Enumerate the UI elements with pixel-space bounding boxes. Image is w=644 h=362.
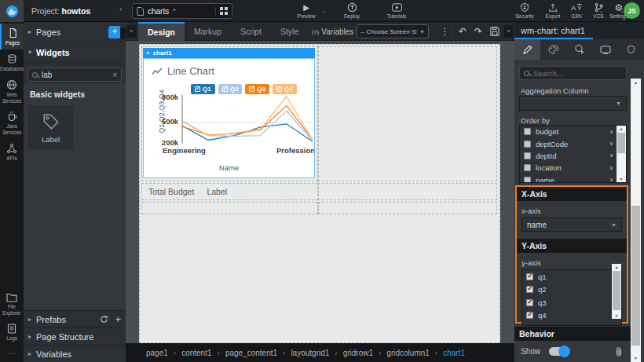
breadcrumb-item-content1[interactable]: content1 bbox=[181, 349, 211, 357]
clear-search-icon[interactable]: × bbox=[112, 71, 117, 79]
chevron-down-icon[interactable]: ∨ bbox=[609, 141, 613, 147]
order-by-scrollbar[interactable]: ▲ ▼ bbox=[617, 126, 626, 182]
export-menu-caret[interactable]: ⌄ bbox=[554, 8, 559, 14]
list-item-q2[interactable]: q2 bbox=[522, 283, 621, 297]
tutorials-button[interactable]: Tutorials bbox=[381, 2, 412, 19]
scroll-up-icon[interactable]: ▲ bbox=[612, 265, 621, 269]
add-page-button[interactable]: + bbox=[108, 26, 121, 38]
breadcrumb-item-layoutgrid1[interactable]: layoutgrid1 bbox=[291, 349, 329, 357]
breadcrumb-item-chart1[interactable]: chart1 bbox=[443, 349, 465, 357]
tab-markup[interactable]: Markup bbox=[185, 22, 231, 41]
list-item-q4[interactable]: q4 bbox=[522, 309, 621, 323]
checkbox-icon[interactable] bbox=[524, 152, 531, 159]
list-item-location[interactable]: location∨ bbox=[520, 162, 626, 174]
chevron-down-icon[interactable]: ∨ bbox=[609, 152, 613, 159]
scroll-down-icon[interactable]: ▼ bbox=[617, 177, 626, 181]
legend-item-q2[interactable]: Q2 bbox=[218, 84, 243, 94]
checkbox-checked-icon[interactable] bbox=[526, 286, 533, 293]
tab-design[interactable]: Design bbox=[138, 22, 185, 41]
breadcrumb-item-gridcolumn1[interactable]: gridcolumn1 bbox=[386, 349, 429, 357]
scrollbar-thumb[interactable] bbox=[617, 133, 625, 153]
rail-item-file-explorer[interactable]: File Explorer bbox=[0, 289, 24, 320]
chevron-down-icon[interactable]: ∨ bbox=[609, 165, 613, 171]
scroll-down-icon[interactable]: ▼ bbox=[631, 356, 641, 360]
checkbox-checked-icon[interactable] bbox=[526, 299, 533, 306]
gridcolumn-cell[interactable]: Total Budget Label bbox=[141, 183, 318, 200]
gridcolumn-cell[interactable] bbox=[141, 202, 318, 214]
gridcolumn-cell[interactable] bbox=[318, 46, 497, 181]
y-axis-scrollbar[interactable]: ▲ ▼ bbox=[612, 264, 621, 319]
chart-widget-header[interactable]: + chart1 bbox=[143, 48, 315, 58]
list-item-q3[interactable]: q3 bbox=[522, 296, 621, 309]
aggregation-column-select[interactable]: ▼ bbox=[519, 96, 627, 111]
chevron-down-icon[interactable]: ∨ bbox=[609, 177, 613, 183]
total-budget-label-widget[interactable]: Total Budget bbox=[148, 187, 194, 196]
scroll-down-icon[interactable]: ▼ bbox=[612, 313, 621, 318]
tab-events[interactable] bbox=[566, 39, 592, 60]
add-prefab-button[interactable]: + bbox=[115, 313, 121, 325]
screen-size-select[interactable]: -- Choose Screen Size -- ▼ bbox=[357, 24, 429, 38]
save-icon[interactable] bbox=[488, 24, 502, 38]
gridcolumn-cell[interactable] bbox=[318, 202, 497, 214]
show-toggle[interactable] bbox=[549, 347, 569, 356]
variables-button[interactable]: {x} Variables ⌄ bbox=[312, 25, 360, 38]
variables-section-header[interactable]: ▸ Variables bbox=[24, 345, 126, 362]
pages-dashboard-icon[interactable] bbox=[215, 7, 228, 15]
tab-script[interactable]: Script bbox=[231, 22, 271, 41]
panel-scrollbar[interactable]: ▲ ▼ bbox=[631, 79, 641, 362]
refresh-icon[interactable] bbox=[100, 315, 108, 324]
security-button[interactable]: Security bbox=[509, 2, 540, 19]
preview-button[interactable]: ▶ Preview bbox=[291, 2, 322, 19]
checkbox-icon[interactable] bbox=[524, 164, 531, 171]
widget-search-input[interactable] bbox=[42, 71, 108, 79]
collapse-panel-handle[interactable] bbox=[120, 27, 126, 38]
more-menu-icon[interactable]: ⋮ bbox=[438, 24, 452, 38]
bind-icon[interactable] bbox=[615, 346, 623, 357]
pages-section-header[interactable]: ▸ Pages + bbox=[24, 22, 126, 42]
rail-item-logs[interactable]: Logs bbox=[0, 320, 24, 345]
list-item-deptCode[interactable]: deptCode∨ bbox=[520, 137, 626, 149]
gridcolumn-cell[interactable] bbox=[318, 183, 497, 200]
rail-item-java-services[interactable]: Java Services bbox=[0, 107, 24, 139]
legend-item-q3[interactable]: Q3 bbox=[245, 84, 269, 94]
x-axis-select[interactable]: name▼ bbox=[521, 218, 622, 232]
tab-style[interactable]: Style bbox=[271, 22, 308, 41]
list-item-budget[interactable]: budget∨ bbox=[520, 126, 626, 137]
widgets-section-header[interactable]: ▾ Widgets bbox=[24, 42, 126, 63]
breadcrumb-item-page1[interactable]: page1 bbox=[146, 349, 168, 357]
tab-properties[interactable] bbox=[514, 39, 540, 60]
collapse-right-icon[interactable]: » bbox=[504, 25, 513, 38]
page-selector[interactable]: charts * bbox=[132, 3, 232, 19]
rail-item-apis[interactable]: APIs bbox=[0, 139, 24, 165]
chart-widget-body[interactable]: Line Chart Q1Q2Q3Q4 900k 500k 200k Q1,Q2… bbox=[143, 58, 315, 178]
deploy-button[interactable]: Deploy bbox=[336, 2, 368, 19]
scroll-up-icon[interactable]: ▲ bbox=[631, 80, 641, 85]
redo-icon[interactable]: ↷ bbox=[471, 24, 485, 38]
list-item-q1[interactable]: q1 bbox=[522, 270, 621, 283]
checkbox-icon[interactable] bbox=[524, 141, 531, 148]
rail-item-pages[interactable]: Pages bbox=[0, 24, 24, 49]
label-widget-placeholder[interactable]: Label bbox=[207, 187, 227, 196]
prefabs-section-header[interactable]: ▸ Prefabs + bbox=[24, 310, 126, 327]
tab-security[interactable] bbox=[618, 39, 644, 60]
drag-handle-icon[interactable]: + bbox=[146, 49, 150, 57]
rail-item-databases[interactable]: Databases bbox=[0, 49, 24, 75]
page-canvas[interactable]: + chart1 Line Chart Q1Q2Q3Q4 900k 500k 2… bbox=[139, 44, 500, 343]
legend-item-q4[interactable]: Q4 bbox=[273, 84, 297, 94]
scrollbar-thumb[interactable] bbox=[631, 206, 640, 346]
checkbox-icon[interactable] bbox=[524, 128, 531, 135]
list-item-deptId[interactable]: deptId∨ bbox=[520, 150, 626, 162]
rail-item-web-services[interactable]: Web Services bbox=[0, 75, 24, 108]
tab-styles[interactable] bbox=[540, 39, 566, 60]
rail-more-button[interactable]: ... bbox=[0, 345, 24, 359]
chart-widget[interactable]: + chart1 Line Chart Q1Q2Q3Q4 900k 500k 2… bbox=[143, 48, 315, 178]
user-avatar[interactable]: JS bbox=[624, 2, 640, 19]
tab-device[interactable] bbox=[592, 39, 618, 60]
chevron-down-icon[interactable]: ∨ bbox=[609, 129, 613, 135]
wavemaker-logo[interactable] bbox=[0, 0, 24, 22]
page-structure-section-header[interactable]: ▸ Page Structure bbox=[24, 327, 126, 345]
collapse-left-icon[interactable]: « bbox=[127, 25, 136, 38]
breadcrumb-item-gridrow1[interactable]: gridrow1 bbox=[343, 349, 373, 357]
breadcrumb-item-page_content1[interactable]: page_content1 bbox=[225, 349, 277, 357]
undo-icon[interactable]: ↶ bbox=[456, 24, 470, 38]
